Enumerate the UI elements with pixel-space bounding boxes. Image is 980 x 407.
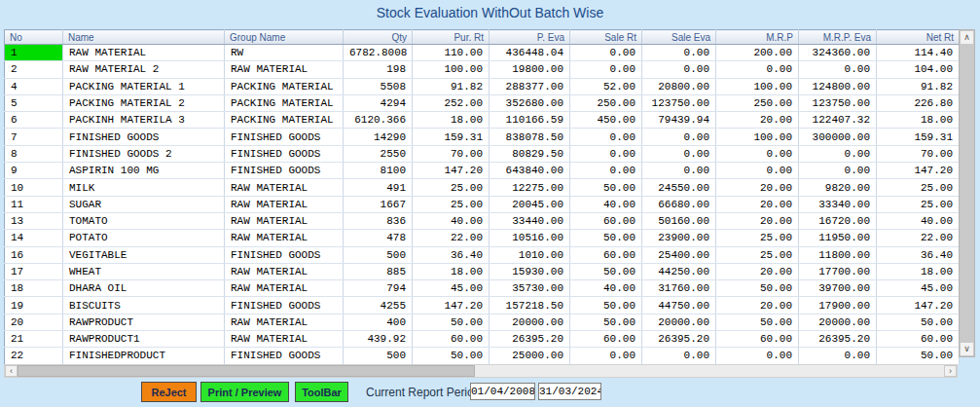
cell-pur-rt[interactable]: 60.00 [413,331,490,348]
table-row[interactable]: 5PACKING MATERIAL 2PACKING MATERIAL42942… [5,94,960,111]
cell-no[interactable]: 7 [5,129,63,145]
table-row[interactable]: 20RAWPRODUCTRAW MATERIAL40050.0020000.00… [5,314,960,330]
cell-net-rt[interactable]: 147.20 [877,297,960,314]
table-row[interactable]: 10MILKRAW MATERIAL49125.0012275.0050.002… [5,179,960,196]
cell-group-name[interactable]: RW [225,45,344,61]
cell-sale-rt[interactable]: 0.00 [570,45,642,61]
cell-p-eva[interactable]: 352680.00 [490,94,570,111]
cell-pur-rt[interactable]: 50.00 [413,314,490,330]
cell-sale-eva[interactable]: 44250.00 [642,263,716,279]
cell-sale-rt[interactable]: 0.00 [570,348,642,364]
cell-p-eva[interactable]: 838078.50 [490,129,570,145]
scroll-right-icon[interactable]: › [944,365,957,377]
table-row[interactable]: 9ASPIRIN 100 MGFINISHED GOODS8100147.206… [5,163,960,179]
cell-name[interactable]: PACKING MATERIAL 2 [63,94,225,111]
cell-no[interactable]: 2 [5,61,63,78]
cell-no[interactable]: 10 [5,179,63,196]
cell-group-name[interactable]: RAW MATERIAL [225,280,344,297]
cell-pur-rt[interactable]: 147.20 [413,297,490,314]
cell-mrp[interactable]: 0.00 [716,348,799,364]
cell-mrp[interactable]: 60.00 [716,331,799,348]
cell-pur-rt[interactable]: 252.00 [413,94,490,111]
table-row[interactable]: 8FINISHED GOODS 2FINISHED GOODS255070.00… [5,145,960,162]
cell-qty[interactable]: 8100 [344,163,413,179]
cell-group-name[interactable]: RAW MATERIAL [225,314,344,330]
cell-group-name[interactable]: RAW MATERIAL [225,196,344,212]
cell-mrp-eva[interactable]: 0.00 [799,163,877,179]
cell-name[interactable]: WHEAT [63,263,225,279]
cell-name[interactable]: VEGITABLE [63,246,225,263]
cell-pur-rt[interactable]: 25.00 [413,179,490,196]
print-preview-button[interactable]: Print / Preview [200,382,289,402]
period-from-field[interactable] [470,383,535,400]
cell-p-eva[interactable]: 12275.00 [490,179,570,196]
cell-p-eva[interactable]: 80829.50 [490,145,570,162]
cell-mrp[interactable]: 20.00 [716,196,799,212]
cell-sale-rt[interactable]: 450.00 [570,112,642,129]
cell-p-eva[interactable]: 35730.00 [490,280,570,297]
cell-no[interactable]: 22 [5,348,63,364]
cell-sale-eva[interactable]: 24550.00 [642,179,716,196]
cell-net-rt[interactable]: 40.00 [877,212,960,229]
cell-group-name[interactable]: RAW MATERIAL [225,331,344,348]
cell-no[interactable]: 11 [5,196,63,212]
cell-group-name[interactable]: RAW MATERIAL [225,179,344,196]
cell-mrp-eva[interactable]: 33340.00 [799,196,877,212]
cell-mrp[interactable]: 100.00 [716,78,799,94]
cell-group-name[interactable]: RAW MATERIAL [225,230,344,246]
cell-net-rt[interactable]: 70.00 [877,145,960,162]
cell-mrp-eva[interactable]: 11800.00 [799,246,877,263]
table-row[interactable]: 1RAW MATERIALRW6782.8008110.00436448.040… [5,45,960,61]
cell-no[interactable]: 20 [5,314,63,330]
cell-group-name[interactable]: RAW MATERIAL [225,263,344,279]
table-row[interactable]: 21RAWPRODUCT1RAW MATERIAL439.9260.002639… [5,331,960,348]
cell-p-eva[interactable]: 26395.20 [490,331,570,348]
cell-mrp-eva[interactable]: 17900.00 [799,297,877,314]
cell-sale-rt[interactable]: 40.00 [570,196,642,212]
cell-p-eva[interactable]: 20045.00 [490,196,570,212]
cell-sale-eva[interactable]: 0.00 [642,61,716,78]
cell-sale-rt[interactable]: 0.00 [570,145,642,162]
cell-qty[interactable]: 4294 [344,94,413,111]
cell-name[interactable]: MILK [63,179,225,196]
cell-name[interactable]: FINISHEDPRODUCT [63,348,225,364]
cell-net-rt[interactable]: 159.31 [877,129,960,145]
cell-sale-eva[interactable]: 20000.00 [642,314,716,330]
cell-sale-eva[interactable]: 79439.94 [642,112,716,129]
cell-qty[interactable]: 4255 [344,297,413,314]
table-row[interactable]: 6PACKINH MATERILA 3PACKING MATERIAL6120.… [5,112,960,129]
table-row[interactable]: 7FINISHED GOODSFINISHED GOODS14290159.31… [5,129,960,145]
cell-mrp[interactable]: 20.00 [716,297,799,314]
cell-sale-rt[interactable]: 50.00 [570,297,642,314]
cell-no[interactable]: 17 [5,263,63,279]
cell-mrp-eva[interactable]: 17700.00 [799,263,877,279]
cell-mrp-eva[interactable]: 122407.32 [799,112,877,129]
cell-pur-rt[interactable]: 18.00 [413,112,490,129]
horizontal-scroll-thumb[interactable] [18,365,475,377]
cell-net-rt[interactable]: 18.00 [877,263,960,279]
cell-p-eva[interactable]: 10516.00 [490,230,570,246]
cell-sale-eva[interactable]: 0.00 [642,348,716,364]
cell-pur-rt[interactable]: 25.00 [413,196,490,212]
cell-sale-eva[interactable]: 0.00 [642,45,716,61]
cell-name[interactable]: RAW MATERIAL 2 [63,61,225,78]
cell-qty[interactable]: 400 [344,314,413,330]
cell-pur-rt[interactable]: 110.00 [413,45,490,61]
cell-group-name[interactable]: FINISHED GOODS [225,246,344,263]
reject-button[interactable]: ReJect [141,382,197,402]
cell-name[interactable]: ASPIRIN 100 MG [63,163,225,179]
cell-name[interactable]: RAWPRODUCT1 [63,331,225,348]
cell-mrp-eva[interactable]: 0.00 [799,145,877,162]
cell-qty[interactable]: 1667 [344,196,413,212]
cell-p-eva[interactable]: 1010.00 [490,246,570,263]
cell-mrp-eva[interactable]: 16720.00 [799,212,877,229]
cell-qty[interactable]: 14290 [344,129,413,145]
cell-qty[interactable]: 6120.366 [344,112,413,129]
vertical-scrollbar[interactable]: ∧ ∨ [959,29,975,357]
cell-name[interactable]: FINISHED GOODS [63,129,225,145]
cell-qty[interactable]: 836 [344,212,413,229]
cell-group-name[interactable]: FINISHED GOODS [225,348,344,364]
cell-sale-eva[interactable]: 26395.20 [642,331,716,348]
cell-group-name[interactable]: FINISHED GOODS [225,129,344,145]
cell-sale-eva[interactable]: 50160.00 [642,212,716,229]
